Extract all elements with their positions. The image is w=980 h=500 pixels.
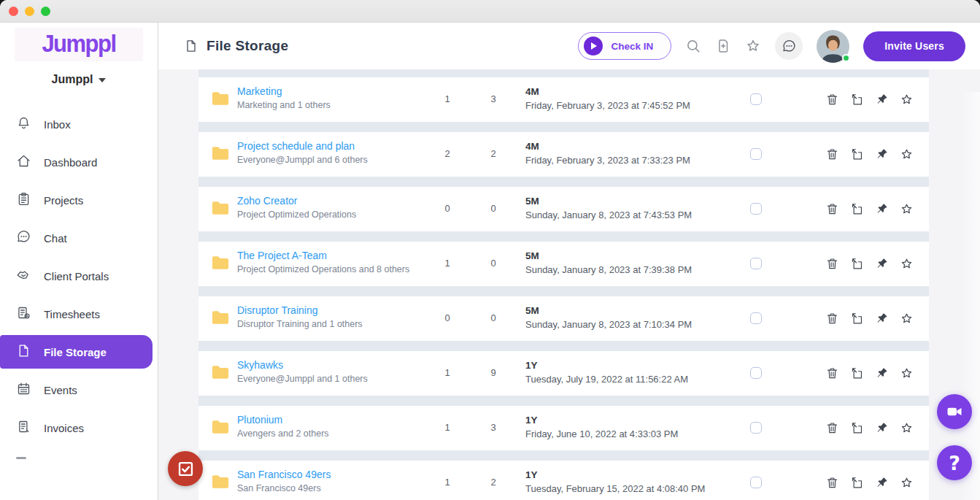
- row-checkbox[interactable]: [750, 422, 762, 434]
- invoice-icon: [16, 419, 31, 436]
- folder-icon: [210, 198, 231, 218]
- help-label: ?: [949, 452, 960, 474]
- trash-icon[interactable]: [825, 257, 839, 271]
- video-call-button[interactable]: [937, 394, 972, 429]
- sidebar-item-label: File Storage: [44, 346, 107, 358]
- trash-icon[interactable]: [825, 202, 839, 216]
- mac-titlebar: [0, 0, 980, 23]
- move-folder-icon[interactable]: [850, 366, 864, 380]
- move-folder-icon[interactable]: [850, 147, 864, 161]
- sidebar-item-label: Invoices: [44, 422, 84, 434]
- move-folder-icon[interactable]: [850, 312, 864, 326]
- messages-icon[interactable]: [775, 32, 803, 60]
- modified-block: 5M Sunday, January 8, 2023 at 7:39:38 PM: [525, 250, 692, 276]
- row-checkbox[interactable]: [750, 93, 762, 105]
- sidebar-item-client-portals[interactable]: Client Portals: [0, 257, 158, 295]
- sidebar-item-chat[interactable]: Chat: [0, 219, 158, 257]
- page-header: File Storage Check IN Invite User: [158, 23, 980, 69]
- sidebar-item-file-storage[interactable]: File Storage: [0, 335, 153, 369]
- trash-icon[interactable]: [825, 421, 839, 435]
- invite-users-button[interactable]: Invite Users: [863, 31, 965, 61]
- star-icon[interactable]: [900, 147, 914, 161]
- star-icon[interactable]: [900, 366, 914, 380]
- pin-icon[interactable]: [875, 366, 889, 380]
- zoom-window-button[interactable]: [41, 7, 50, 16]
- folder-name-link[interactable]: Skyhawks: [237, 359, 368, 372]
- modified-block: 1Y Tuesday, February 15, 2022 at 4:08:40…: [525, 469, 705, 495]
- sidebar: Jumppl Jumppl Inbox Dashboard Projects: [0, 23, 158, 500]
- folder-row[interactable]: Disruptor Training Disruptor Training an…: [198, 296, 929, 341]
- app-logo[interactable]: Jumppl: [15, 28, 143, 61]
- workspace-selector[interactable]: Jumppl: [0, 67, 158, 92]
- user-avatar[interactable]: [817, 30, 849, 63]
- folder-row[interactable]: Project schedule and plan Everyone@Jumpp…: [198, 132, 929, 177]
- folder-name-link[interactable]: Zoho Creator: [237, 195, 356, 207]
- sidebar-item-timesheets[interactable]: Timesheets: [0, 295, 158, 333]
- folder-name-link[interactable]: Disruptor Training: [237, 304, 363, 317]
- star-icon[interactable]: [900, 421, 914, 435]
- sidebar-item-invoices[interactable]: Invoices: [0, 409, 158, 447]
- pin-icon[interactable]: [875, 93, 889, 107]
- pin-icon[interactable]: [875, 312, 889, 326]
- trash-icon[interactable]: [825, 476, 839, 490]
- help-button[interactable]: ?: [937, 445, 972, 480]
- sidebar-item-projects[interactable]: Projects: [0, 181, 158, 219]
- move-folder-icon[interactable]: [850, 202, 864, 216]
- trash-icon[interactable]: [825, 147, 839, 161]
- row-checkbox[interactable]: [750, 148, 762, 160]
- folder-name-link[interactable]: Marketing: [237, 85, 331, 98]
- folder-name-block: Disruptor Training Disruptor Training an…: [237, 304, 363, 330]
- star-icon[interactable]: [900, 257, 914, 271]
- add-file-icon[interactable]: [715, 38, 731, 54]
- task-complete-badge[interactable]: [168, 451, 203, 486]
- star-icon[interactable]: [900, 312, 914, 326]
- pin-icon[interactable]: [875, 147, 889, 161]
- folder-name-link[interactable]: San Francisco 49ers: [237, 469, 331, 481]
- scrollbar-gutter[interactable]: [961, 92, 980, 500]
- trash-icon[interactable]: [825, 366, 839, 380]
- pin-icon[interactable]: [875, 476, 889, 490]
- checkbox-check-icon: [176, 459, 196, 479]
- minimize-window-button[interactable]: [25, 7, 34, 16]
- star-icon[interactable]: [900, 202, 914, 216]
- folder-row[interactable]: San Francisco 49ers San Francisco 49ers …: [198, 461, 929, 500]
- check-in-button[interactable]: Check IN: [578, 32, 671, 60]
- trash-icon[interactable]: [825, 312, 839, 326]
- row-checkbox[interactable]: [750, 367, 762, 379]
- home-icon: [16, 153, 31, 171]
- folder-name-block: Project schedule and plan Everyone@Jumpp…: [237, 140, 368, 166]
- sidebar-item-inbox[interactable]: Inbox: [0, 105, 158, 143]
- sidebar-item-events[interactable]: Events: [0, 371, 158, 409]
- pin-icon[interactable]: [875, 202, 889, 216]
- folder-row[interactable]: Skyhawks Everyone@Jumppl and 1 others 1 …: [198, 351, 929, 396]
- folder-row[interactable]: Plutonium Avengers and 2 others 1 3 1Y F…: [198, 406, 929, 450]
- online-status-dot: [842, 54, 850, 62]
- chevron-down-icon: [99, 78, 106, 82]
- row-checkbox[interactable]: [750, 312, 762, 324]
- search-icon[interactable]: [685, 38, 701, 54]
- row-separator: [198, 122, 929, 132]
- row-checkbox[interactable]: [750, 477, 762, 488]
- move-folder-icon[interactable]: [850, 257, 864, 271]
- folder-row[interactable]: The Project A-Team Project Optimized Ope…: [198, 242, 929, 286]
- move-folder-icon[interactable]: [850, 421, 864, 435]
- pin-icon[interactable]: [875, 257, 889, 271]
- folder-name-link[interactable]: The Project A-Team: [237, 250, 409, 262]
- folder-name-link[interactable]: Project schedule and plan: [237, 140, 368, 153]
- folder-row[interactable]: Marketing Marketing and 1 others 1 3 4M …: [198, 77, 929, 122]
- trash-icon[interactable]: [825, 93, 839, 107]
- row-checkbox[interactable]: [750, 203, 762, 215]
- sidebar-item-dashboard[interactable]: Dashboard: [0, 143, 158, 181]
- folder-row[interactable]: Zoho Creator Project Optimized Operation…: [198, 187, 929, 231]
- subfolder-count: 0: [433, 312, 462, 323]
- star-icon[interactable]: [900, 476, 914, 490]
- star-icon[interactable]: [900, 93, 914, 107]
- close-window-button[interactable]: [9, 7, 18, 16]
- row-checkbox[interactable]: [750, 258, 762, 269]
- folder-name-link[interactable]: Plutonium: [237, 414, 329, 426]
- move-folder-icon[interactable]: [850, 93, 864, 107]
- move-folder-icon[interactable]: [850, 476, 864, 490]
- star-icon[interactable]: [745, 38, 761, 54]
- folder-members: Avengers and 2 others: [237, 428, 329, 439]
- pin-icon[interactable]: [875, 421, 889, 435]
